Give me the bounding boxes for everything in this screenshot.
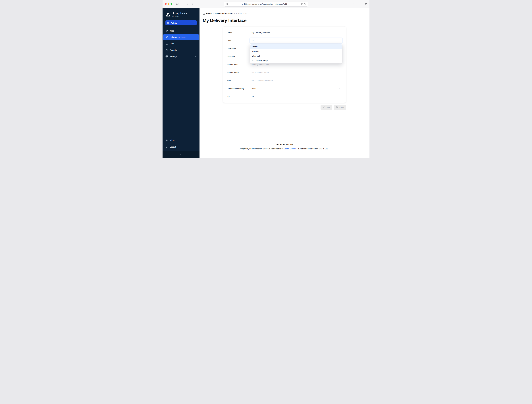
save-button-label: Save [339,106,344,109]
chevron-down-icon [193,22,195,24]
share-icon[interactable] [353,3,355,5]
port-input[interactable] [250,94,263,99]
sidebar-item-label: Delivery Interfaces [170,36,186,38]
breadcrumb-delivery-interfaces[interactable]: Delivery Interfaces [215,12,233,15]
bar-chart-icon [165,42,168,45]
sidebar-item-label: Logout [170,146,176,148]
form-row-sender-name: Sender name [227,70,342,75]
type-dropdown: SMTP Mailgun Webhook S3 Object Storage [250,44,342,64]
gear-icon [165,55,168,58]
reload-icon[interactable] [304,3,306,5]
save-button[interactable]: Save [334,105,346,110]
close-window-button[interactable] [165,3,167,5]
sidebar-item-logout[interactable]: Logout [163,144,199,150]
brand-version: v0.8.115 [172,15,187,17]
form-row-connection-security: Connection security Plain [227,86,342,91]
logo-icon [165,12,171,17]
chevron-down-icon [339,88,341,90]
dropdown-option-s3[interactable]: S3 Object Storage [250,58,342,63]
form-actions: Test Save [223,105,346,110]
brand: Anaphora v0.8.115 [163,8,200,18]
delivery-interface-form: Name Type SMTP [223,26,346,103]
connection-security-value: Plain [252,87,256,90]
username-label: Username [227,47,250,50]
sidebar-item-admin[interactable]: admin [163,137,199,143]
footer-established-text: - Established in London, UK, in 2017 [297,147,329,150]
sidebar-nav: Jobs Delivery Interfaces Runs [163,27,200,59]
brand-name: Anaphora [172,12,187,15]
dropdown-option-smtp[interactable]: SMTP [250,44,342,49]
beshu-limited-link[interactable]: Beshu Limited [284,147,296,150]
sidebar-item-label: Runs [170,42,174,45]
sidebar-item-jobs[interactable]: Jobs [163,28,199,34]
chevron-down-icon [195,55,196,57]
page-footer: Anaphora v0.8.115 Anaphora, and Readonly… [200,143,369,158]
home-icon [203,12,205,15]
toolbar-chevron-down-icon[interactable] [182,3,183,5]
page-icon [226,3,228,5]
chevron-down-icon [339,40,341,42]
tenant-selector[interactable]: Public [165,20,196,26]
main-content: Home / Delivery Interfaces / Create new … [200,8,369,158]
sidebar-item-runs[interactable]: Runs [163,41,199,46]
sidebar-account: admin Logout [163,137,200,151]
form-row-host: Host [227,78,342,83]
host-input[interactable] [250,78,342,83]
logout-icon [165,146,168,148]
sidebar: Anaphora v0.8.115 Public Jobs [163,8,200,158]
paper-plane-icon [323,106,325,109]
user-icon [165,139,168,141]
sidebar-collapse-button[interactable] [163,151,200,158]
form-row-type: Type SMTP SMTP Mailgun Webhook S3 [227,38,342,43]
connection-security-label: Connection security [227,87,250,90]
dropdown-option-webhook[interactable]: Webhook [250,54,342,58]
zoom-window-button[interactable] [171,3,172,5]
new-tab-icon[interactable] [359,3,361,5]
name-label: Name [227,32,250,34]
type-select[interactable]: SMTP [250,38,342,43]
sidebar-item-settings[interactable]: Settings [163,53,199,59]
minimize-window-button[interactable] [168,3,170,5]
name-input[interactable] [250,30,342,35]
globe-icon [167,22,170,24]
back-icon[interactable] [186,3,189,5]
form-row-name: Name [227,30,342,35]
password-label: Password [227,56,250,58]
breadcrumb: Home / Delivery Interfaces / Create new [200,8,369,15]
sidebar-item-label: Jobs [170,30,174,32]
breadcrumb-label: Delivery Interfaces [215,12,233,15]
forward-icon[interactable] [191,3,194,5]
window-controls [165,3,172,5]
page-title: My Delivery Interface [203,18,369,23]
dropdown-option-mailgun[interactable]: Mailgun [250,49,342,54]
translate-icon[interactable] [301,3,303,5]
host-label: Host [227,79,250,82]
breadcrumb-create-new: Create new [236,12,247,15]
chevron-left-icon [180,154,182,156]
footer-trademark-text: Anaphora, and ReadonlyREST are trademark… [240,147,283,150]
port-label: Port [227,96,250,98]
sidebar-toggle-icon[interactable] [176,3,179,5]
footer-version: Anaphora v0.8.115 [200,143,369,146]
type-select-value: SMTP [252,39,257,42]
test-button[interactable]: Test [321,105,332,110]
report-icon [165,49,168,51]
browser-window: pr-175.ci.dev.anaphora.it/public/deliver… [163,0,369,158]
form-row-port: Port [227,94,342,99]
browser-toolbar: pr-175.ci.dev.anaphora.it/public/deliver… [163,0,369,8]
sender-name-label: Sender name [227,71,250,74]
test-button-label: Test [326,106,330,109]
breadcrumb-home[interactable]: Home [203,12,212,15]
sidebar-item-reports[interactable]: Reports [163,47,199,53]
address-bar[interactable]: pr-175.ci.dev.anaphora.it/public/deliver… [224,1,308,6]
tenant-label: Public [171,22,177,24]
sender-name-input[interactable] [250,70,342,75]
clock-icon [165,30,168,32]
sidebar-item-label: Settings [170,55,177,58]
paper-plane-icon [165,36,168,38]
breadcrumb-separator: / [213,12,214,15]
connection-security-select[interactable]: Plain [250,86,342,91]
tabs-overview-icon[interactable] [365,3,367,5]
sidebar-item-delivery-interfaces[interactable]: Delivery Interfaces [163,34,199,40]
type-label: Type [227,39,250,42]
